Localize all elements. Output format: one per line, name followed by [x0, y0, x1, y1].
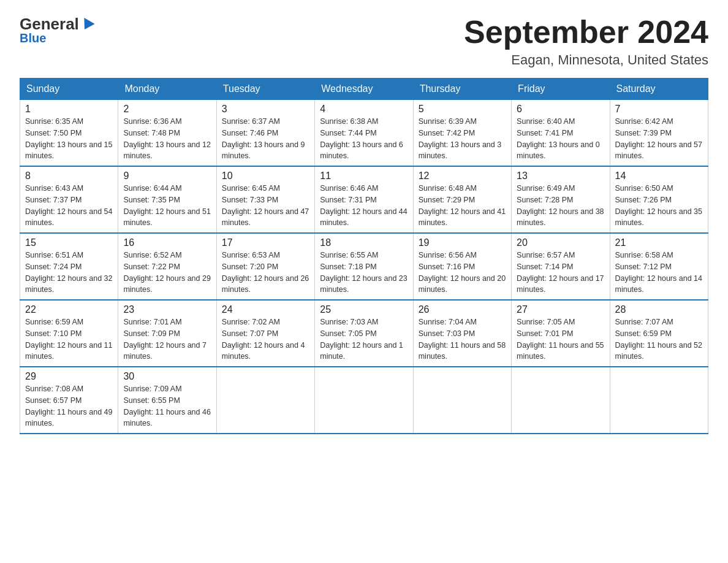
day-number: 11: [320, 170, 408, 182]
day-info: Sunrise: 6:50 AMSunset: 7:26 PMDaylight:…: [615, 183, 703, 229]
calendar-cell: 17Sunrise: 6:53 AMSunset: 7:20 PMDayligh…: [216, 233, 314, 300]
day-info: Sunrise: 7:08 AMSunset: 6:57 PMDaylight:…: [25, 383, 113, 429]
day-info: Sunrise: 6:55 AMSunset: 7:18 PMDaylight:…: [320, 250, 408, 296]
day-info: Sunrise: 6:46 AMSunset: 7:31 PMDaylight:…: [320, 183, 408, 229]
day-info: Sunrise: 6:59 AMSunset: 7:10 PMDaylight:…: [25, 316, 113, 362]
day-info: Sunrise: 6:35 AMSunset: 7:50 PMDaylight:…: [25, 116, 113, 162]
calendar-cell: 4Sunrise: 6:38 AMSunset: 7:44 PMDaylight…: [315, 100, 413, 167]
day-number: 28: [615, 304, 703, 315]
calendar-cell: 9Sunrise: 6:44 AMSunset: 7:35 PMDaylight…: [118, 166, 216, 233]
day-number: 21: [615, 237, 703, 248]
weekday-header-row: SundayMondayTuesdayWednesdayThursdayFrid…: [20, 79, 708, 100]
weekday-header-wednesday: Wednesday: [315, 79, 413, 100]
calendar-cell: [413, 367, 511, 434]
calendar-cell: 2Sunrise: 6:36 AMSunset: 7:48 PMDaylight…: [118, 100, 216, 167]
week-row-4: 22Sunrise: 6:59 AMSunset: 7:10 PMDayligh…: [20, 300, 708, 367]
day-number: 23: [123, 304, 211, 315]
day-number: 30: [123, 371, 211, 382]
day-number: 17: [222, 237, 309, 248]
calendar-cell: 13Sunrise: 6:49 AMSunset: 7:28 PMDayligh…: [512, 166, 610, 233]
month-title: September 2024: [464, 15, 708, 50]
day-number: 8: [25, 170, 113, 182]
day-info: Sunrise: 6:53 AMSunset: 7:20 PMDaylight:…: [222, 250, 309, 296]
day-number: 4: [320, 104, 408, 115]
week-row-5: 29Sunrise: 7:08 AMSunset: 6:57 PMDayligh…: [20, 367, 708, 434]
day-number: 10: [222, 170, 309, 182]
logo-triangle-icon: [79, 18, 94, 33]
calendar-cell: 3Sunrise: 6:37 AMSunset: 7:46 PMDaylight…: [216, 100, 314, 167]
day-info: Sunrise: 7:09 AMSunset: 6:55 PMDaylight:…: [123, 383, 211, 429]
weekday-header-monday: Monday: [118, 79, 216, 100]
day-info: Sunrise: 6:49 AMSunset: 7:28 PMDaylight:…: [517, 183, 604, 229]
weekday-header-friday: Friday: [512, 79, 610, 100]
weekday-header-sunday: Sunday: [20, 79, 118, 100]
day-info: Sunrise: 6:36 AMSunset: 7:48 PMDaylight:…: [123, 116, 211, 162]
calendar-cell: [610, 367, 708, 434]
day-number: 18: [320, 237, 408, 248]
calendar-cell: 23Sunrise: 7:01 AMSunset: 7:09 PMDayligh…: [118, 300, 216, 367]
day-info: Sunrise: 7:02 AMSunset: 7:07 PMDaylight:…: [222, 316, 309, 362]
calendar-cell: 30Sunrise: 7:09 AMSunset: 6:55 PMDayligh…: [118, 367, 216, 434]
weekday-header-thursday: Thursday: [413, 79, 511, 100]
calendar-table: SundayMondayTuesdayWednesdayThursdayFrid…: [20, 78, 708, 434]
calendar-cell: 16Sunrise: 6:52 AMSunset: 7:22 PMDayligh…: [118, 233, 216, 300]
week-row-1: 1Sunrise: 6:35 AMSunset: 7:50 PMDaylight…: [20, 100, 708, 167]
calendar-cell: 12Sunrise: 6:48 AMSunset: 7:29 PMDayligh…: [413, 166, 511, 233]
day-number: 6: [517, 104, 604, 115]
day-info: Sunrise: 6:56 AMSunset: 7:16 PMDaylight:…: [419, 250, 506, 296]
calendar-cell: 20Sunrise: 6:57 AMSunset: 7:14 PMDayligh…: [512, 233, 610, 300]
weekday-header-saturday: Saturday: [610, 79, 708, 100]
calendar-cell: [216, 367, 314, 434]
calendar-cell: 21Sunrise: 6:58 AMSunset: 7:12 PMDayligh…: [610, 233, 708, 300]
day-info: Sunrise: 7:03 AMSunset: 7:05 PMDaylight:…: [320, 316, 408, 362]
calendar-cell: [315, 367, 413, 434]
day-info: Sunrise: 6:45 AMSunset: 7:33 PMDaylight:…: [222, 183, 309, 229]
calendar-cell: 6Sunrise: 6:40 AMSunset: 7:41 PMDaylight…: [512, 100, 610, 167]
calendar-cell: 27Sunrise: 7:05 AMSunset: 7:01 PMDayligh…: [512, 300, 610, 367]
day-info: Sunrise: 7:05 AMSunset: 7:01 PMDaylight:…: [517, 316, 604, 362]
calendar-cell: 18Sunrise: 6:55 AMSunset: 7:18 PMDayligh…: [315, 233, 413, 300]
day-info: Sunrise: 7:07 AMSunset: 6:59 PMDaylight:…: [615, 316, 703, 362]
logo-blue-text: Blue: [20, 31, 46, 45]
day-info: Sunrise: 6:43 AMSunset: 7:37 PMDaylight:…: [25, 183, 113, 229]
day-number: 25: [320, 304, 408, 315]
day-info: Sunrise: 7:04 AMSunset: 7:03 PMDaylight:…: [419, 316, 506, 362]
day-number: 3: [222, 104, 309, 115]
calendar-cell: 5Sunrise: 6:39 AMSunset: 7:42 PMDaylight…: [413, 100, 511, 167]
calendar-cell: 11Sunrise: 6:46 AMSunset: 7:31 PMDayligh…: [315, 166, 413, 233]
day-number: 16: [123, 237, 211, 248]
title-section: September 2024 Eagan, Minnesota, United …: [464, 15, 708, 68]
day-number: 26: [419, 304, 506, 315]
day-number: 7: [615, 104, 703, 115]
calendar-cell: 19Sunrise: 6:56 AMSunset: 7:16 PMDayligh…: [413, 233, 511, 300]
logo: General Blue: [20, 15, 93, 45]
day-info: Sunrise: 6:42 AMSunset: 7:39 PMDaylight:…: [615, 116, 703, 162]
day-number: 19: [419, 237, 506, 248]
day-number: 1: [25, 104, 113, 115]
calendar-cell: 24Sunrise: 7:02 AMSunset: 7:07 PMDayligh…: [216, 300, 314, 367]
day-number: 27: [517, 304, 604, 315]
calendar-cell: 8Sunrise: 6:43 AMSunset: 7:37 PMDaylight…: [20, 166, 118, 233]
day-number: 13: [517, 170, 604, 182]
day-number: 15: [25, 237, 113, 248]
day-info: Sunrise: 6:37 AMSunset: 7:46 PMDaylight:…: [222, 116, 309, 162]
week-row-3: 15Sunrise: 6:51 AMSunset: 7:24 PMDayligh…: [20, 233, 708, 300]
weekday-header-tuesday: Tuesday: [216, 79, 314, 100]
day-info: Sunrise: 6:58 AMSunset: 7:12 PMDaylight:…: [615, 250, 703, 296]
week-row-2: 8Sunrise: 6:43 AMSunset: 7:37 PMDaylight…: [20, 166, 708, 233]
day-info: Sunrise: 6:40 AMSunset: 7:41 PMDaylight:…: [517, 116, 604, 162]
day-info: Sunrise: 6:38 AMSunset: 7:44 PMDaylight:…: [320, 116, 408, 162]
day-info: Sunrise: 6:57 AMSunset: 7:14 PMDaylight:…: [517, 250, 604, 296]
day-info: Sunrise: 6:51 AMSunset: 7:24 PMDaylight:…: [25, 250, 113, 296]
day-number: 2: [123, 104, 211, 115]
calendar-cell: 22Sunrise: 6:59 AMSunset: 7:10 PMDayligh…: [20, 300, 118, 367]
calendar-cell: 14Sunrise: 6:50 AMSunset: 7:26 PMDayligh…: [610, 166, 708, 233]
calendar-cell: 1Sunrise: 6:35 AMSunset: 7:50 PMDaylight…: [20, 100, 118, 167]
day-info: Sunrise: 7:01 AMSunset: 7:09 PMDaylight:…: [123, 316, 211, 362]
calendar-cell: 10Sunrise: 6:45 AMSunset: 7:33 PMDayligh…: [216, 166, 314, 233]
day-number: 29: [25, 371, 113, 382]
calendar-cell: [512, 367, 610, 434]
calendar-cell: 26Sunrise: 7:04 AMSunset: 7:03 PMDayligh…: [413, 300, 511, 367]
calendar-cell: 7Sunrise: 6:42 AMSunset: 7:39 PMDaylight…: [610, 100, 708, 167]
location-title: Eagan, Minnesota, United States: [464, 52, 708, 68]
